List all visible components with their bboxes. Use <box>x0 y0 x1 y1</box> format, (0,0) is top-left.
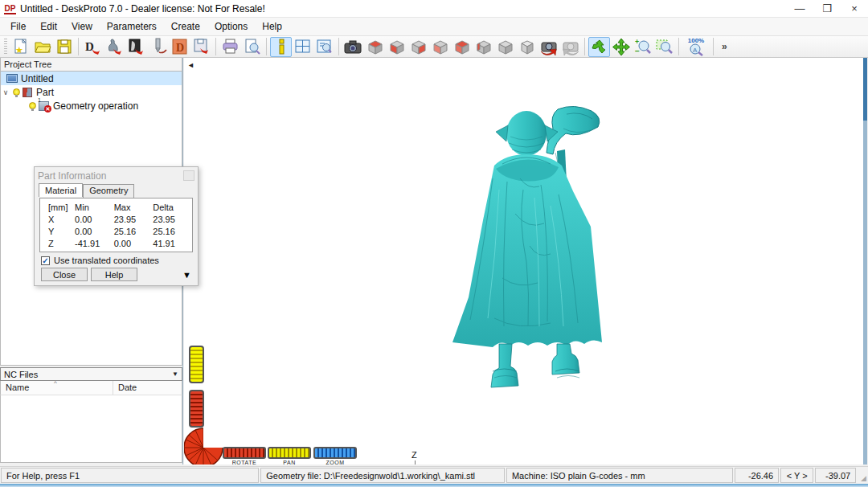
operation-number-badge: 1 <box>38 97 41 103</box>
view-right-icon[interactable] <box>407 37 429 57</box>
zoom-window-icon[interactable] <box>653 37 675 57</box>
toolbar-separator <box>678 38 679 55</box>
model-kami-figure[interactable] <box>446 101 621 400</box>
close-dialog-button[interactable]: Close <box>41 268 88 281</box>
rotate-nav-button[interactable]: ROTATE <box>223 447 266 464</box>
view-front-icon[interactable] <box>386 37 407 57</box>
menu-parameters[interactable]: Parameters <box>100 18 164 35</box>
project-tree-header: Project Tree <box>0 58 182 72</box>
tree-item-untitled[interactable]: Untitled <box>1 72 182 85</box>
save-nc-icon[interactable] <box>190 37 212 57</box>
visibility-bulb-icon[interactable] <box>13 88 20 96</box>
axis-z-label: Z <box>411 450 417 460</box>
pan-nav-button[interactable]: PAN <box>268 447 311 464</box>
new-file-icon[interactable]: ★ <box>10 37 31 57</box>
tree-item-geometry-operation[interactable]: 1 ✕ Geometry operation <box>1 99 182 113</box>
checkbox-checked-icon[interactable]: ✓ <box>41 256 50 265</box>
dialog-title-bar[interactable]: Part Information <box>35 167 198 184</box>
dialog-system-button[interactable] <box>183 170 194 181</box>
zoom-100-icon[interactable]: 100% A <box>682 37 710 57</box>
save-file-icon[interactable] <box>53 37 75 57</box>
view-iso-icon[interactable] <box>494 37 516 57</box>
dialog-expand-arrow[interactable]: ▼ <box>182 270 191 280</box>
minimize-button[interactable]: — <box>786 0 813 18</box>
rotate-view-ccw-icon[interactable] <box>538 37 559 57</box>
splitter-handle[interactable] <box>863 58 867 121</box>
wizard-icon[interactable]: D <box>169 37 190 57</box>
red-dial-slider[interactable] <box>189 390 204 428</box>
load-part-icon[interactable] <box>104 37 125 57</box>
visibility-bulb-icon[interactable] <box>29 102 36 109</box>
load-bitmap-icon[interactable] <box>125 37 147 57</box>
snapshot-camera-icon[interactable] <box>342 37 364 57</box>
rotate-view-cw-icon[interactable] <box>559 37 581 57</box>
right-splitter[interactable] <box>863 58 867 464</box>
min-value: 0.00 <box>75 227 114 236</box>
tab-geometry[interactable]: Geometry <box>83 184 134 198</box>
viewport-3d[interactable]: Z X Y ROTATE PAN ZOOM <box>184 58 863 464</box>
checkbox-label: Use translated coordinates <box>54 256 159 265</box>
close-button[interactable]: × <box>841 0 868 18</box>
min-value: 0.00 <box>75 215 114 224</box>
menu-view[interactable]: View <box>64 18 100 35</box>
delta-value: 23.95 <box>153 215 190 224</box>
view-top-icon[interactable] <box>364 37 386 57</box>
expander-icon[interactable]: ∨ <box>1 88 10 96</box>
menu-edit[interactable]: Edit <box>33 18 64 35</box>
print-preview-icon[interactable] <box>241 37 263 57</box>
chevron-down-icon: ▼ <box>172 370 178 378</box>
yellow-dial-slider[interactable] <box>189 346 204 383</box>
zoom-100-label: 100% <box>688 38 704 43</box>
sort-indicator-icon: ^ <box>54 379 57 387</box>
status-axis-mode[interactable]: < Y > <box>780 468 813 483</box>
tree-item-part[interactable]: ∨ Part <box>1 85 182 99</box>
view-corner-icon[interactable] <box>451 37 473 57</box>
view-perspective-icon[interactable] <box>516 37 538 57</box>
help-button[interactable]: Help <box>91 268 137 281</box>
dialog-buttons: Close Help ▼ <box>41 268 191 281</box>
status-bar: For Help, press F1 Geometry file: D:\Fre… <box>0 466 868 484</box>
menu-help[interactable]: Help <box>255 18 289 35</box>
load-geometry-icon[interactable]: D <box>82 37 104 57</box>
viewport-info-icon[interactable] <box>313 37 335 57</box>
toolbar-separator <box>338 38 339 55</box>
dialog-tabs: Material Geometry <box>35 184 198 198</box>
part-information-icon[interactable] <box>270 37 292 57</box>
status-coordinate-left: -26.46 <box>735 468 779 483</box>
zoom-tool-icon[interactable]: +− <box>632 37 653 57</box>
main-toolbar: ★ D D <box>0 36 868 58</box>
cutter-icon[interactable] <box>147 37 169 57</box>
nc-files-dropdown[interactable]: NC Files ▼ <box>0 367 182 381</box>
nc-files-list[interactable] <box>0 395 182 463</box>
open-file-icon[interactable] <box>31 37 53 57</box>
toolbar-separator <box>215 38 216 55</box>
max-value: 25.16 <box>114 227 154 236</box>
menu-file[interactable]: File <box>3 18 33 35</box>
translated-coordinates-option[interactable]: ✓ Use translated coordinates <box>41 256 191 265</box>
collapse-panel-arrow[interactable]: ◄ <box>187 61 194 69</box>
svg-text:★: ★ <box>15 45 23 55</box>
nc-column-date[interactable]: Date <box>113 381 141 395</box>
header-min: Min <box>75 203 114 212</box>
delta-value: 41.91 <box>153 239 190 248</box>
four-viewports-icon[interactable] <box>292 37 313 57</box>
print-icon[interactable] <box>219 37 241 57</box>
resize-grip[interactable]: ◢ <box>857 467 868 484</box>
toolbar-grip[interactable] <box>4 39 7 55</box>
nc-column-name[interactable]: Name ^ <box>1 381 113 395</box>
zoom-nav-button[interactable]: ZOOM <box>313 447 357 464</box>
toolbar-overflow-chevron[interactable]: » <box>722 41 727 52</box>
pan-tool-icon[interactable] <box>610 37 632 57</box>
svg-text:A: A <box>693 47 698 54</box>
maximize-button[interactable]: ❒ <box>813 0 841 18</box>
rotate-dial[interactable] <box>184 427 226 464</box>
view-left-icon[interactable] <box>473 37 494 57</box>
view-back-icon[interactable] <box>429 37 451 57</box>
tab-material[interactable]: Material <box>39 183 83 197</box>
window-controls: — ❒ × <box>786 0 868 18</box>
menu-options[interactable]: Options <box>207 18 255 35</box>
svg-text:D: D <box>176 42 184 54</box>
table-row-z: Z -41.91 0.00 41.91 <box>42 237 190 249</box>
rotate-tool-icon[interactable] <box>588 37 610 57</box>
menu-create[interactable]: Create <box>164 18 207 35</box>
